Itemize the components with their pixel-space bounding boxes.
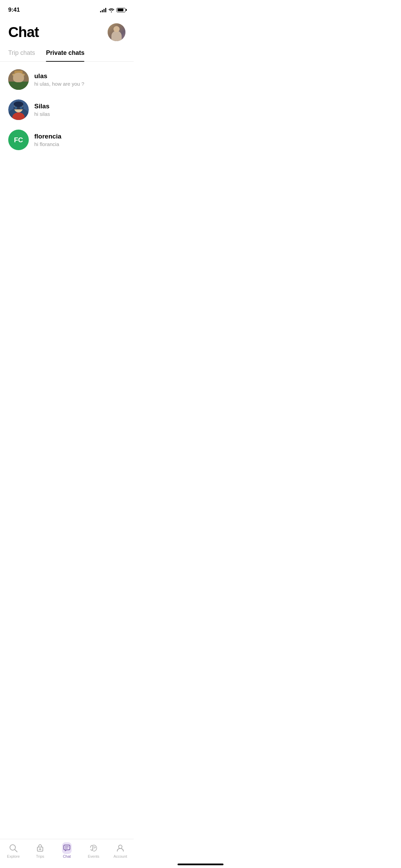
page-title: Chat [8, 24, 39, 40]
tab-trip-chats[interactable]: Trip chats [8, 45, 35, 61]
chat-info-florencia: florencia hi florancia [34, 133, 125, 147]
battery-icon [117, 8, 125, 12]
chat-preview-florencia: hi florancia [34, 141, 125, 147]
svg-point-6 [12, 82, 25, 90]
header: Chat [0, 18, 134, 45]
florencia-initials: FC [14, 136, 23, 144]
chat-preview-ulas: hi ulas, how are you ? [34, 81, 125, 87]
chat-info-silas: Silas hi silas [34, 103, 125, 117]
ulas-avatar-svg [8, 69, 29, 90]
avatar-florencia: FC [8, 130, 29, 150]
tab-private-chats[interactable]: Private chats [46, 45, 84, 61]
svg-point-5 [15, 79, 22, 83]
status-bar: 9:41 [0, 0, 134, 18]
chat-info-ulas: ulas hi ulas, how are you ? [34, 72, 125, 87]
chat-name-florencia: florencia [34, 133, 125, 140]
chat-name-silas: Silas [34, 103, 125, 110]
svg-point-4 [15, 74, 22, 82]
avatar-silas [8, 99, 29, 120]
svg-point-14 [14, 101, 23, 107]
svg-rect-2 [12, 74, 25, 76]
chat-name-ulas: ulas [34, 72, 125, 80]
chat-item-florencia[interactable]: FC florencia hi florancia [0, 125, 134, 155]
user-avatar[interactable] [108, 23, 125, 41]
silas-avatar-svg [8, 99, 29, 120]
signal-icon [100, 8, 106, 12]
tabs-container: Trip chats Private chats [0, 45, 134, 62]
wifi-icon [108, 8, 114, 12]
chat-item-ulas[interactable]: ulas hi ulas, how are you ? [0, 64, 134, 95]
status-time: 9:41 [8, 7, 20, 13]
chat-item-silas[interactable]: Silas hi silas [0, 95, 134, 125]
avatar-ulas [8, 69, 29, 90]
svg-point-1 [14, 72, 23, 81]
svg-rect-3 [14, 71, 23, 75]
chat-list: ulas hi ulas, how are you ? [0, 62, 134, 158]
status-icons [100, 8, 125, 12]
chat-preview-silas: hi silas [34, 111, 125, 117]
